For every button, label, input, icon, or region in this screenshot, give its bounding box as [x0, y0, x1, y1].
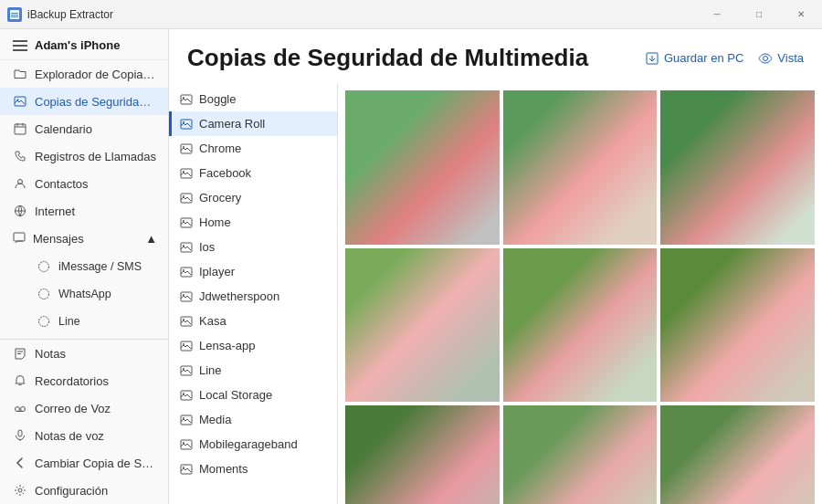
source-label: Lensa-app [199, 339, 255, 352]
sidebar-item-label: WhatsApp [58, 288, 157, 300]
view-button[interactable]: Vista [758, 51, 804, 66]
source-icon [180, 364, 193, 377]
sidebar-item-file-explorer[interactable]: Explorador de Copias de Seg [0, 60, 168, 88]
photo-cell[interactable] [660, 405, 815, 504]
app-icon [7, 7, 22, 22]
source-label: Chrome [199, 142, 241, 155]
source-item[interactable]: Home [169, 210, 337, 235]
source-item[interactable]: Local Storage [169, 383, 337, 407]
source-item[interactable]: Boggle [169, 87, 337, 111]
messages-subitems: iMessage / SMS WhatsApp Line [0, 253, 168, 335]
source-icon [180, 414, 193, 426]
sidebar-item-call-log[interactable]: Registros de Llamadas [0, 142, 168, 170]
save-icon [645, 51, 659, 66]
photo-cell[interactable] [660, 90, 815, 245]
photo-cell[interactable] [503, 248, 658, 403]
source-icon [180, 192, 193, 205]
whatsapp-icon [37, 287, 51, 301]
photo-grid-wrapper[interactable] [338, 83, 822, 504]
source-label: Ios [199, 240, 215, 254]
svg-point-20 [21, 407, 26, 412]
svg-rect-12 [14, 233, 25, 241]
source-label: Facebook [199, 166, 251, 180]
svg-point-14 [39, 289, 49, 299]
photo-cell[interactable] [345, 405, 500, 504]
minimize-button[interactable]: ─ [696, 0, 738, 29]
source-item[interactable]: Line [169, 358, 337, 383]
photo-cell[interactable] [345, 90, 500, 245]
maximize-button[interactable]: □ [738, 0, 780, 29]
calendar-icon [13, 121, 27, 136]
source-icon [180, 241, 193, 254]
source-item[interactable]: Iplayer [169, 259, 337, 284]
source-item[interactable]: Grocery [169, 185, 337, 210]
source-label: Local Storage [199, 388, 272, 402]
source-icon [180, 118, 193, 131]
source-icon [180, 142, 193, 155]
window-controls: ─ □ ✕ [696, 0, 822, 29]
image-icon [13, 94, 27, 109]
save-btn-label: Guardar en PC [664, 51, 743, 65]
sidebar-item-contacts[interactable]: Contactos [0, 170, 168, 197]
bell-icon [13, 373, 27, 388]
sidebar-item-notes[interactable]: Notas [0, 340, 168, 367]
sidebar: Adam's iPhone Explorador de Copias de Se… [0, 29, 169, 504]
source-label: Boggle [199, 92, 236, 106]
source-item[interactable]: Media [169, 407, 337, 432]
sidebar-item-change-backup[interactable]: Cambiar Copia de Seguridad [0, 449, 168, 477]
source-label: Mobilegarageband [199, 437, 298, 451]
sidebar-item-voice-notes[interactable]: Notas de voz [0, 422, 168, 449]
sidebar-item-messages[interactable]: Mensajes ▲ [0, 225, 168, 253]
sidebar-item-label: Copias de Seguridad de Mul [35, 95, 157, 109]
svg-point-19 [16, 407, 20, 412]
sidebar-item-calendar[interactable]: Calendario [0, 115, 168, 142]
gear-icon [13, 483, 27, 498]
hamburger-menu[interactable] [13, 40, 27, 51]
photo-cell[interactable] [503, 405, 658, 504]
source-item[interactable]: Mobilegarageband [169, 432, 337, 457]
source-icon [180, 93, 193, 106]
sidebar-item-voicemail[interactable]: Correo de Voz [0, 394, 168, 422]
sidebar-item-label: Cambiar Copia de Seguridad [35, 457, 157, 470]
source-label: Kasa [199, 314, 227, 328]
source-icon [180, 438, 193, 451]
sidebar-item-whatsapp[interactable]: WhatsApp [29, 280, 168, 308]
source-item[interactable]: Ios [169, 235, 337, 259]
sidebar-item-internet[interactable]: Internet [0, 197, 168, 225]
sidebar-item-reminders[interactable]: Recordatorios [0, 367, 168, 394]
sidebar-item-line[interactable]: Line [29, 308, 168, 335]
source-item[interactable]: Chrome [169, 136, 337, 161]
photo-cell[interactable] [503, 90, 658, 245]
chevron-up-icon: ▲ [145, 232, 157, 246]
globe-icon [13, 204, 27, 218]
sidebar-item-multimedia[interactable]: Copias de Seguridad de Mul [0, 88, 168, 115]
photo-grid [345, 90, 815, 504]
sidebar-item-label: Line [58, 315, 157, 328]
photo-cell[interactable] [660, 248, 815, 403]
close-button[interactable]: ✕ [780, 0, 822, 29]
sidebar-item-label: Registros de Llamadas [35, 150, 157, 163]
sidebar-item-label: Explorador de Copias de Seg [35, 68, 157, 81]
source-label: Moments [199, 462, 248, 476]
save-to-pc-button[interactable]: Guardar en PC [645, 51, 743, 66]
view-btn-label: Vista [777, 51, 804, 65]
photo-cell[interactable] [345, 248, 500, 403]
source-label: Jdwetherspoon [199, 289, 279, 303]
source-item[interactable]: Facebook [169, 161, 337, 185]
source-item[interactable]: Camera Roll [169, 111, 337, 136]
page-title: Copias de Seguridad de Multimedia [187, 44, 588, 72]
line-icon [37, 314, 51, 329]
arrow-left-icon [13, 456, 27, 470]
content-area: Copias de Seguridad de Multimedia Guarda… [169, 29, 822, 504]
source-item[interactable]: Kasa [169, 309, 337, 333]
source-item[interactable]: Jdwetherspoon [169, 284, 337, 309]
source-item[interactable]: Lensa-app [169, 333, 337, 358]
source-icon [180, 167, 193, 180]
source-item[interactable]: Moments [169, 457, 337, 481]
sidebar-bottom: Notas Recordatorios Correo de Voz Notas … [0, 339, 168, 504]
source-label: Camera Roll [199, 117, 265, 131]
sidebar-item-settings[interactable]: Configuración [0, 477, 168, 504]
sidebar-item-imessage[interactable]: iMessage / SMS [29, 253, 168, 280]
messages-label: Mensajes [33, 232, 84, 246]
titlebar-left: iBackup Extractor [7, 7, 113, 22]
